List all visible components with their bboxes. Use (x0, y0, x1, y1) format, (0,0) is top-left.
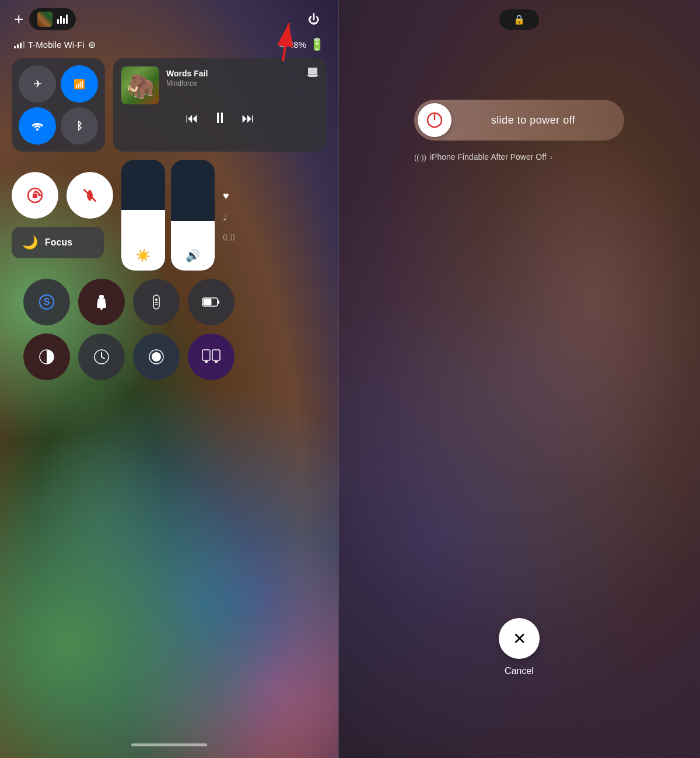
power-off-screen: 🔒 slide to power off ((·)) iPhone Findab… (338, 0, 700, 758)
home-indicator (131, 743, 207, 746)
apple-tv-remote-button[interactable] (133, 279, 180, 325)
rotation-lock-button[interactable] (12, 172, 58, 219)
battery-percentage: 48% (289, 40, 306, 50)
battery-icon: 🔋 (310, 37, 324, 51)
carrier-info: T-Mobile Wi-Fi ⊛ ⊕ 48% 🔋 (0, 35, 338, 58)
battery-status-button[interactable] (188, 279, 235, 325)
carrier-right: ⊕ 48% 🔋 (279, 37, 324, 51)
focus-tile[interactable]: 🌙 Focus (12, 227, 104, 258)
circle-row-top (12, 172, 113, 219)
pause-button[interactable]: ⏸ (212, 109, 228, 127)
svg-point-19 (152, 352, 161, 362)
slide-to-power-off-text: slide to power off (452, 114, 615, 127)
sig-1 (14, 46, 16, 48)
svg-rect-13 (155, 304, 158, 305)
cancel-container: ✕ Cancel (499, 618, 540, 676)
control-center-grid: ✈ 📶 ᛒ Words Fail (0, 58, 338, 380)
bar-3 (63, 18, 65, 24)
bar-4 (66, 15, 68, 24)
brightness-slider[interactable]: ☀️ (121, 160, 165, 271)
cancel-label: Cancel (505, 666, 534, 676)
bar-1 (57, 19, 59, 24)
svg-rect-12 (155, 302, 158, 303)
power-off-slider[interactable]: slide to power off (414, 100, 624, 141)
shazam-button[interactable]: S (23, 279, 70, 325)
circle-buttons: 🌙 Focus (12, 172, 113, 258)
antenna-icon: ((·)) (223, 232, 235, 241)
cc-row-1: ✈ 📶 ᛒ Words Fail (12, 58, 327, 152)
svg-point-11 (155, 299, 158, 301)
heart-icon[interactable]: ♥ (223, 190, 235, 202)
add-button[interactable]: + (14, 11, 23, 27)
airplane-mode-button[interactable]: ✈ (19, 65, 56, 103)
power-slider-handle (418, 103, 452, 137)
music-note-icon: ♩ (223, 212, 235, 223)
signal-bars (14, 40, 24, 48)
svg-text:S: S (44, 297, 50, 307)
lock-status-pill: 🔒 (499, 9, 539, 30)
media-song-title: Words Fail (166, 69, 318, 78)
svg-rect-8 (99, 295, 104, 299)
status-bar: + ⏻ (0, 0, 338, 35)
svg-rect-9 (100, 308, 103, 310)
wifi-status-icon: ⊛ (88, 39, 96, 50)
location-icon: ⊕ (279, 40, 285, 49)
side-icons: ♥ ♩ ((·)) (220, 190, 235, 241)
panel-divider (338, 0, 339, 758)
findable-chevron-icon: › (550, 153, 552, 162)
volume-slider[interactable]: 🔊 (171, 160, 215, 271)
cellular-button[interactable]: 📶 (61, 65, 98, 103)
control-center-panel: + ⏻ (0, 0, 338, 758)
power-slider-container: slide to power off ((·)) iPhone Findable… (414, 100, 624, 162)
fast-forward-button[interactable]: ⏭ (242, 111, 254, 126)
rewind-button[interactable]: ⏮ (186, 111, 198, 126)
iphone-findable-text[interactable]: ((·)) iPhone Findable After Power Off › (414, 152, 624, 162)
record-button[interactable] (133, 334, 180, 380)
svg-rect-5 (33, 194, 37, 198)
brightness-icon: ☀️ (136, 248, 150, 262)
np-album-art (37, 12, 52, 27)
status-bar-right: ⏻ (303, 9, 324, 30)
sliders-area: ☀️ 🔊 ♥ ♩ ((·)) (121, 160, 235, 271)
focus-label: Focus (45, 237, 72, 248)
power-button[interactable]: ⏻ (303, 9, 324, 30)
status-bar-left: + (14, 8, 76, 30)
carrier-name: T-Mobile Wi-Fi (28, 40, 85, 50)
airplay-icon[interactable] (307, 66, 318, 79)
svg-rect-24 (215, 361, 218, 363)
media-album-art (121, 66, 159, 104)
mute-button[interactable] (66, 172, 113, 219)
svg-rect-23 (212, 350, 220, 360)
findable-radio-icon: ((·)) (414, 153, 426, 162)
carrier-left: T-Mobile Wi-Fi ⊛ (14, 39, 96, 50)
svg-rect-6 (34, 192, 36, 195)
sig-3 (20, 43, 22, 48)
svg-rect-22 (205, 361, 208, 363)
wifi-button[interactable] (19, 107, 56, 145)
svg-rect-15 (204, 299, 212, 306)
svg-rect-16 (218, 300, 219, 304)
flashlight-button[interactable] (78, 279, 125, 325)
now-playing-pill[interactable] (29, 8, 76, 30)
lock-icon: 🔒 (513, 14, 525, 25)
cc-row-2: 🌙 Focus ☀️ 🔊 (12, 160, 327, 271)
bluetooth-button[interactable]: ᛒ (61, 107, 98, 145)
svg-rect-21 (202, 350, 210, 360)
findable-label: iPhone Findable After Power Off (430, 152, 547, 162)
slider-pills: ☀️ 🔊 (121, 160, 215, 271)
media-content: Words Fail Mindforce (121, 66, 318, 104)
media-artist-name: Mindforce (166, 79, 318, 87)
cancel-button[interactable]: ✕ (499, 618, 540, 659)
moon-icon: 🌙 (22, 235, 38, 250)
screen-time-button[interactable] (78, 334, 125, 380)
svg-point-2 (36, 128, 38, 131)
media-controls: ⏮ ⏸ ⏭ (121, 109, 318, 127)
sig-2 (17, 44, 19, 48)
volume-icon: 🔊 (186, 248, 200, 262)
app-buttons-row-1: S (12, 279, 327, 325)
media-tile[interactable]: Words Fail Mindforce ⏮ ⏸ ⏭ (113, 58, 327, 152)
media-info: Words Fail Mindforce (166, 66, 318, 87)
dark-mode-button[interactable] (23, 334, 70, 380)
screen-mirror-button[interactable] (188, 334, 235, 380)
app-buttons-row-2 (12, 334, 327, 380)
